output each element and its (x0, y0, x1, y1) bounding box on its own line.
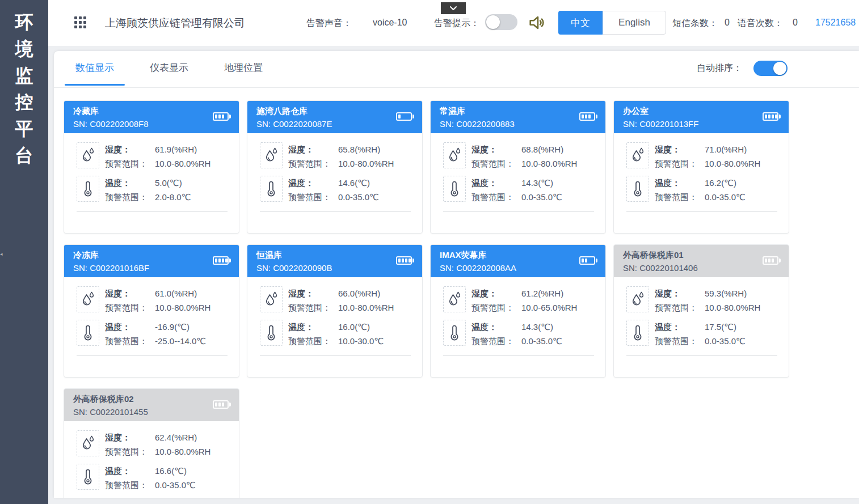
battery-icon (579, 112, 597, 121)
device-name: 冷藏库 (73, 104, 231, 117)
battery-icon (213, 400, 231, 409)
temperature-label: 温度： (471, 176, 521, 190)
device-sn: SN: C002202008F8 (73, 117, 231, 130)
device-card[interactable]: 恒温库 SN: C0022020090B 湿度：66.0(%RH) 预警范围：1… (247, 244, 423, 378)
top-bar: 上海顾茨供应链管理有限公司 告警声音： voice-10 告警提示： 中文 En… (48, 0, 859, 46)
device-name: IMAX荧幕库 (440, 248, 597, 261)
humidity-droplet-icon (77, 430, 99, 456)
humidity-range-label: 预警范围： (655, 156, 705, 171)
card-grid: 冷藏库 SN: C002202008F8 湿度：61.9(%RH) 预警范围：1… (64, 100, 789, 498)
temperature-range-label: 预警范围： (471, 190, 521, 204)
sn-prefix: SN: (73, 263, 90, 273)
device-card[interactable]: 冷冻库 SN: C002201016BF 湿度：61.0(%RH) 预警范围：1… (64, 244, 239, 378)
humidity-label: 湿度： (105, 430, 155, 444)
sidebar-collapse-arrow-icon[interactable]: ◂ (0, 249, 5, 259)
temperature-metric: 温度：16.0(℃) 预警范围：10.0-30.0℃ (260, 320, 422, 348)
lang-chinese-button[interactable]: 中文 (558, 11, 603, 35)
temperature-thermometer-icon (626, 176, 649, 202)
card-divider (443, 355, 594, 356)
device-card[interactable]: IMAX荧幕库 SN: C002202008AA 湿度：61.2(%RH) 预警… (430, 244, 606, 378)
temperature-range-value: 0.0-35.0℃ (705, 336, 746, 346)
tab-gauge-display[interactable]: 仪表显示 (150, 61, 188, 86)
device-card[interactable]: 办公室 SN: C002201013FF 湿度：71.0(%RH) 预警范围：1… (613, 100, 789, 234)
temperature-range-label: 预警范围： (471, 334, 521, 348)
temperature-value: 16.2(℃) (705, 178, 736, 188)
sn-value: C00220101455 (90, 407, 148, 417)
device-name: 外高桥保税库01 (623, 248, 781, 261)
temperature-range-label: 预警范围： (288, 334, 338, 348)
device-card[interactable]: 外高桥保税库01 SN: C00220101406 湿度：59.3(%RH) 预… (613, 244, 789, 378)
humidity-value: 61.2(%RH) (521, 289, 563, 298)
temperature-value: 5.0(℃) (155, 178, 182, 188)
device-sn: SN: C00220101455 (73, 405, 231, 418)
temperature-thermometer-icon (260, 320, 283, 346)
tab-numeric-display[interactable]: 数值显示 (75, 61, 114, 86)
device-card[interactable]: 冷藏库 SN: C002202008F8 湿度：61.9(%RH) 预警范围：1… (64, 100, 239, 234)
humidity-range-label: 预警范围： (655, 300, 705, 315)
humidity-value: 68.8(%RH) (521, 145, 563, 154)
speaker-icon[interactable] (528, 14, 546, 34)
temperature-range-value: 0.0-35.0℃ (521, 192, 562, 202)
humidity-metric: 湿度：66.0(%RH) 预警范围：10.0-80.0%RH (260, 286, 422, 315)
device-sn: SN: C002202008AA (440, 261, 597, 274)
sn-prefix: SN: (256, 263, 273, 273)
temperature-value: 14.6(℃) (338, 178, 370, 188)
humidity-droplet-icon (77, 142, 99, 168)
device-sn: SN: C00220101406 (623, 261, 781, 274)
alarm-tip-label: 告警提示： (434, 18, 479, 29)
device-card[interactable]: 常温库 SN: C00220200883 湿度：68.8(%RH) 预警范围：1… (430, 100, 606, 234)
device-name: 办公室 (623, 104, 781, 117)
device-card-header: 冷冻库 SN: C002201016BF (64, 245, 239, 277)
card-divider (77, 211, 228, 212)
humidity-metric: 湿度：62.4(%RH) 预警范围：10.0-80.0%RH (77, 430, 239, 459)
sn-prefix: SN: (73, 119, 90, 129)
temperature-thermometer-icon (77, 320, 99, 346)
alarm-toggle[interactable] (485, 14, 517, 30)
device-sn: SN: C002201016BF (73, 261, 231, 274)
humidity-metric: 湿度：61.9(%RH) 预警范围：10.0-80.0%RH (77, 142, 239, 171)
lang-english-button[interactable]: English (603, 11, 666, 35)
card-divider (443, 211, 594, 212)
humidity-range-value: 10.0-80.0%RH (155, 447, 210, 456)
temperature-range-label: 预警范围： (288, 190, 338, 204)
device-sn: SN: C0022020090B (256, 261, 414, 274)
sn-prefix: SN: (623, 263, 639, 273)
device-card-body: 湿度：59.3(%RH) 预警范围：10.0-80.0%RH 温度：17.5(℃… (614, 277, 789, 356)
sn-value: C002201016BF (90, 263, 149, 273)
sn-value: C002202008AA (456, 263, 516, 273)
temperature-metric: 温度：14.3(℃) 预警范围：0.0-35.0℃ (443, 176, 605, 204)
notification-bar-collapse-button[interactable] (441, 2, 466, 14)
temperature-thermometer-icon (260, 176, 283, 202)
humidity-droplet-icon (260, 142, 283, 168)
humidity-value: 61.0(%RH) (155, 289, 197, 298)
auto-sort-label: 自动排序： (697, 62, 742, 74)
sn-value: C002201013FF (639, 119, 698, 129)
sms-count-label: 短信条数： (672, 18, 718, 29)
phone-number-link[interactable]: 17521658 (815, 18, 856, 28)
device-card-header: 施湾八路仓库 SN: C0022020087E (247, 101, 422, 133)
temperature-metric: 温度：5.0(℃) 预警范围：2.0-8.0℃ (77, 176, 239, 204)
alarm-sound-select[interactable]: voice-10 (373, 18, 407, 28)
voice-count-label: 语音次数： (738, 18, 783, 29)
device-card[interactable]: 施湾八路仓库 SN: C0022020087E 湿度：65.8(%RH) 预警范… (247, 100, 423, 234)
sidebar: 环境监控平台 ◂ (0, 0, 48, 504)
temperature-thermometer-icon (77, 176, 99, 202)
humidity-range-value: 10.0-80.0%RH (338, 159, 394, 168)
auto-sort-toggle[interactable] (753, 61, 788, 76)
battery-icon (213, 256, 231, 265)
device-card[interactable]: 外高桥保税库02 SN: C00220101455 湿度：62.4(%RH) 预… (64, 388, 239, 498)
tab-bar: 数值显示 仪表显示 地理位置 (75, 61, 263, 86)
temperature-label: 温度： (655, 320, 705, 334)
apps-grid-icon[interactable] (74, 16, 87, 29)
tab-geo-location[interactable]: 地理位置 (224, 61, 263, 86)
temperature-range-label: 预警范围： (105, 334, 155, 348)
temperature-metric: 温度：16.2(℃) 预警范围：0.0-35.0℃ (626, 176, 789, 204)
sidebar-title-char: 控 (0, 89, 48, 116)
device-card-header: IMAX荧幕库 SN: C002202008AA (431, 245, 605, 277)
humidity-metric: 湿度：71.0(%RH) 预警范围：10.0-80.0%RH (626, 142, 789, 171)
sn-prefix: SN: (256, 119, 273, 129)
temperature-metric: 温度：14.6(℃) 预警范围：0.0-35.0℃ (260, 176, 422, 204)
device-card-header: 常温库 SN: C00220200883 (431, 101, 605, 133)
device-sn: SN: C0022020087E (256, 117, 414, 130)
device-card-body: 湿度：62.4(%RH) 预警范围：10.0-80.0%RH 温度：16.6(℃… (64, 421, 239, 498)
